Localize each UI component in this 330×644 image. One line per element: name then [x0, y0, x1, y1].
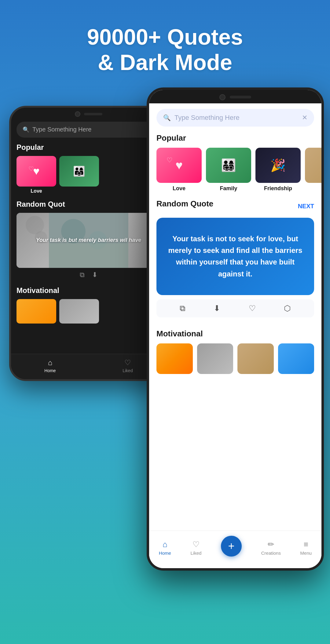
light-friendship-label: Friendship [264, 185, 292, 192]
dark-random-title: Random Quot [16, 200, 161, 209]
light-search-text: Type Something Here [174, 114, 298, 122]
dark-liked-icon: ♡ [124, 358, 131, 367]
dark-home-icon: ⌂ [48, 358, 53, 367]
light-next-button[interactable]: NEXT [298, 203, 314, 210]
light-nav-fab[interactable]: + [221, 536, 242, 560]
light-menu-icon: ≡ [304, 540, 308, 549]
light-family-thumb [206, 148, 251, 183]
light-random-header: Random Quote NEXT [156, 199, 314, 213]
header-title: 90000+ Quotes & Dark Mode [0, 24, 330, 75]
light-family-label: Family [220, 185, 237, 192]
light-menu-label: Menu [300, 550, 312, 556]
light-random-title: Random Quote [156, 199, 213, 209]
light-moti-thumb4[interactable] [278, 343, 314, 374]
light-popular-love[interactable]: Love [156, 148, 202, 192]
dark-item2-thumb: 👨‍👩‍👧 [59, 156, 99, 187]
light-copy-icon[interactable]: ⧉ [180, 304, 185, 313]
dark-bottom-nav: ⌂ Home ♡ Liked [11, 354, 166, 379]
dark-phone-content: 🔍 Type Something Here ✕ Popular ♥ Love [11, 119, 166, 326]
dark-moti-thumb1[interactable] [16, 299, 56, 324]
fab-plus-icon: + [228, 541, 235, 552]
light-motivational-section: Motivational [156, 329, 314, 374]
dark-liked-label: Liked [123, 368, 133, 373]
light-phone-content: 🔍 Type Something Here ✕ Popular Love F [149, 103, 321, 566]
dark-nav-liked[interactable]: ♡ Liked [123, 358, 133, 373]
dark-moti-thumb2[interactable] [59, 299, 99, 324]
light-nav-menu[interactable]: ≡ Menu [300, 540, 312, 556]
light-love-label: Love [173, 185, 185, 192]
light-friendship-thumb [255, 148, 301, 183]
light-random-section: Random Quote NEXT Your task is not to se… [156, 199, 314, 324]
dark-nav-home[interactable]: ⌂ Home [44, 358, 56, 373]
light-speaker [230, 96, 251, 98]
dark-speaker [84, 113, 102, 115]
light-popular-family[interactable]: Family [206, 148, 251, 192]
dark-random-quote: Your task is but merely barriers wil hav… [16, 213, 161, 282]
dark-popular-item2[interactable]: 👨‍👩‍👧 [59, 156, 99, 194]
light-creations-icon: ✏ [268, 540, 274, 549]
light-extra-thumb [305, 148, 321, 183]
dark-quote-text: Your task is but merely barriers wil hav… [31, 231, 146, 249]
light-nav-liked[interactable]: ♡ Liked [191, 540, 202, 556]
light-share-icon[interactable]: ⬡ [284, 304, 291, 313]
light-popular-grid: Love Family Friendship [156, 148, 314, 192]
dark-love-thumb: ♥ [16, 156, 56, 187]
dark-popular-love[interactable]: ♥ Love [16, 156, 56, 194]
light-moti-thumb2[interactable] [197, 343, 233, 374]
dark-phone: 🔍 Type Something Here ✕ Popular ♥ Love [9, 106, 168, 381]
dark-camera [75, 111, 80, 117]
light-search-icon: 🔍 [163, 114, 171, 121]
light-close-icon[interactable]: ✕ [302, 114, 307, 122]
light-camera [219, 94, 226, 100]
light-moti-thumb3[interactable] [237, 343, 274, 374]
fab-button[interactable]: + [221, 536, 242, 557]
dark-copy-icon[interactable]: ⧉ [80, 271, 85, 279]
light-download-icon[interactable]: ⬇ [214, 304, 220, 313]
dark-quote-image: Your task is but merely barriers wil hav… [16, 213, 161, 268]
header: 90000+ Quotes & Dark Mode [0, 0, 330, 87]
dark-search-icon: 🔍 [23, 126, 29, 133]
light-bottom-nav: ⌂ Home ♡ Liked + ✏ Creations ≡ Menu [149, 531, 321, 568]
light-phone: 🔍 Type Something Here ✕ Popular Love F [147, 87, 324, 571]
dark-motivational-items [16, 299, 161, 324]
light-nav-home[interactable]: ⌂ Home [159, 540, 171, 556]
light-motivational-items [156, 343, 314, 374]
light-popular-title: Popular [156, 133, 314, 143]
light-search-bar[interactable]: 🔍 Type Something Here ✕ [156, 109, 314, 127]
light-quote-card: Your task is not to seek for love, but m… [156, 218, 314, 295]
phones-area: 🔍 Type Something Here ✕ Popular ♥ Love [0, 87, 330, 607]
dark-download-icon[interactable]: ⬇ [92, 271, 97, 279]
light-moti-thumb1[interactable] [156, 343, 193, 374]
dark-popular-grid: ♥ Love 👨‍👩‍👧 [16, 156, 161, 194]
light-quote-text: Your task is not to seek for love, but m… [167, 233, 303, 280]
dark-popular-title: Popular [16, 143, 161, 152]
dark-quote-actions: ⧉ ⬇ [16, 268, 161, 282]
light-quote-actions: ⧉ ⬇ ♡ ⬡ [156, 299, 314, 317]
light-liked-icon: ♡ [193, 540, 200, 549]
light-nav-creations[interactable]: ✏ Creations [261, 540, 281, 556]
light-like-icon[interactable]: ♡ [249, 304, 256, 313]
dark-search-bar[interactable]: 🔍 Type Something Here ✕ [16, 122, 161, 138]
dark-motivational-title: Motivational [16, 286, 161, 295]
light-love-thumb [156, 148, 202, 183]
light-motivational-title: Motivational [156, 329, 314, 339]
light-liked-label: Liked [191, 550, 202, 556]
dark-love-label: Love [31, 188, 42, 194]
light-home-icon: ⌂ [163, 540, 167, 549]
light-phone-notch [149, 90, 321, 103]
light-creations-label: Creations [261, 550, 281, 556]
dark-home-label: Home [44, 368, 56, 373]
dark-search-text: Type Something Here [32, 126, 146, 133]
dark-phone-notch [11, 108, 166, 119]
light-popular-friendship[interactable]: Friendship [255, 148, 301, 192]
light-popular-extra[interactable] [305, 148, 321, 192]
light-home-label: Home [159, 550, 171, 556]
